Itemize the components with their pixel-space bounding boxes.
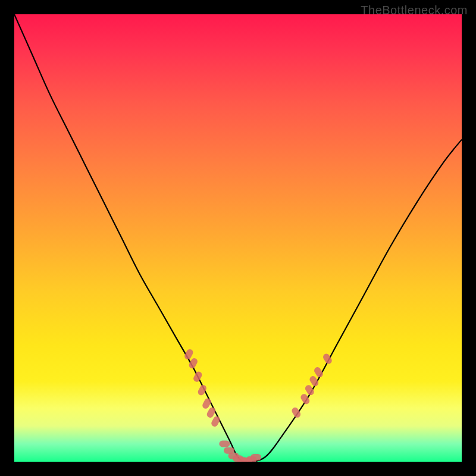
curve-marker <box>250 454 261 461</box>
curve-marker <box>290 406 302 419</box>
curve-marker <box>219 440 230 447</box>
curve-markers <box>183 348 333 462</box>
chart-overlay <box>14 14 462 462</box>
bottleneck-curve <box>14 14 462 462</box>
curve-marker <box>197 384 208 396</box>
curve-marker <box>192 371 203 383</box>
